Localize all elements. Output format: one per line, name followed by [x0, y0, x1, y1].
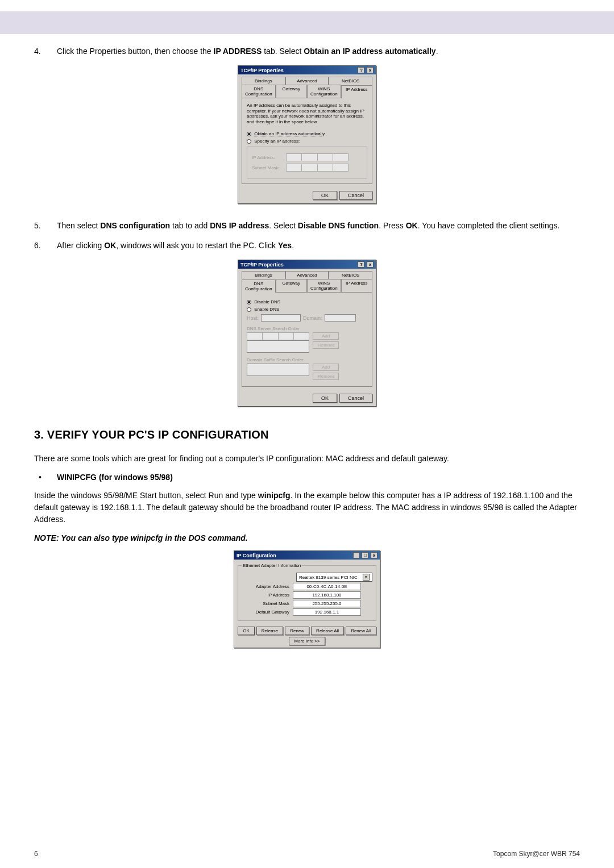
step-4-num: 4.	[34, 45, 57, 57]
ok-button[interactable]: OK	[313, 394, 337, 403]
help-icon[interactable]: ?	[358, 261, 364, 268]
cancel-button[interactable]: Cancel	[339, 394, 372, 403]
add-button[interactable]: Add	[313, 364, 339, 371]
bullet-text: WINIPCFG (for windows 95/98)	[57, 473, 173, 482]
more-info-button[interactable]: More Info >>	[289, 637, 325, 645]
chevron-down-icon: ▾	[363, 574, 370, 581]
radio-obtain-auto[interactable]: Obtain an IP address automatically	[247, 131, 367, 136]
tcpip-properties-dns-dialog: TCP/IP Properties ? x Bindings Advanced …	[238, 260, 376, 407]
subnet-mask-input[interactable]	[286, 164, 349, 172]
section-3-intro: There are some tools which are great for…	[34, 453, 580, 465]
close-icon[interactable]: x	[367, 261, 374, 268]
bullet-icon: •	[34, 473, 57, 482]
remove-button[interactable]: Remove	[313, 341, 339, 349]
radio-specify[interactable]: Specify an IP address:	[247, 139, 367, 144]
tcpip-properties-ip-dialog: TCP/IP Properties ? x Bindings Advanced …	[238, 65, 376, 204]
subnet-mask-label: Subnet Mask	[242, 601, 293, 606]
remove-button[interactable]: Remove	[313, 373, 339, 380]
dialog-title: TCP/IP Properties	[240, 68, 284, 73]
tab-ip-address[interactable]: IP Address	[341, 85, 372, 98]
t: Then select	[57, 221, 100, 230]
t: Yes	[278, 241, 292, 250]
t: .	[292, 241, 294, 250]
domain-input[interactable]	[325, 314, 356, 322]
specify-ip-fieldset: IP Address: Subnet Mask:	[247, 146, 367, 179]
ip-address-value: 192.168.1.100	[293, 591, 361, 599]
tab-ip-address[interactable]: IP Address	[341, 279, 372, 292]
step-5-text: Then select DNS configuration tab to add…	[57, 220, 580, 232]
section-3-p1: Inside the windows 95/98/ME Start button…	[34, 490, 580, 525]
add-button[interactable]: Add	[313, 332, 339, 340]
t: Obtain an IP address automatically	[304, 47, 435, 56]
section-3-note: NOTE: You can also type winipcfg in the …	[34, 533, 580, 542]
maximize-icon[interactable]: □	[362, 552, 368, 558]
ip-address-input[interactable]	[286, 153, 349, 161]
close-icon[interactable]: x	[371, 552, 377, 558]
tab-advanced[interactable]: Advanced	[285, 77, 329, 85]
dialog-title: IP Configuration	[237, 553, 276, 558]
tab-dns-config[interactable]: DNS Configuration	[242, 279, 276, 293]
ip-configuration-dialog: IP Configuration _ □ x Ethernet Adapter …	[234, 550, 380, 648]
radio-icon	[247, 300, 251, 304]
tab-netbios[interactable]: NetBIOS	[329, 77, 372, 85]
dns-server-input[interactable]	[247, 332, 309, 340]
tab-gateway[interactable]: Gateway	[276, 85, 307, 98]
t: OK	[104, 241, 116, 250]
domain-suffix-order-label: Domain Suffix Search Order	[247, 357, 367, 362]
tab-wins-config[interactable]: WINS Configuration	[307, 85, 341, 98]
tab-dns-config[interactable]: DNS Configuration	[242, 85, 276, 98]
adapter-select[interactable]: Realtek 8139-series PCI NIC ▾	[296, 573, 372, 582]
radio-icon	[247, 307, 251, 312]
default-gateway-value: 192.168.1.1	[293, 608, 361, 616]
release-button[interactable]: Release	[256, 627, 283, 635]
dns-server-list[interactable]	[247, 340, 309, 353]
adapter-address-value: 00-C0-4C-A0-14-0E	[293, 583, 361, 590]
t: Disable DNS function	[298, 221, 379, 230]
titlebar: IP Configuration _ □ x	[234, 551, 380, 560]
titlebar: TCP/IP Properties ? x	[238, 66, 376, 74]
minimize-icon[interactable]: _	[353, 552, 360, 558]
step-5-num: 5.	[34, 220, 57, 232]
radio-label: Disable DNS	[254, 299, 280, 304]
t: . Press	[379, 221, 405, 230]
subnet-mask-label: Subnet Mask:	[252, 165, 286, 170]
radio-icon	[247, 139, 251, 144]
ok-button[interactable]: OK	[238, 627, 255, 635]
ok-button[interactable]: OK	[313, 191, 337, 200]
header-band	[0, 11, 614, 34]
t: . You have completed the client settings…	[418, 221, 560, 230]
host-label: Host:	[247, 315, 259, 321]
t: OK	[406, 221, 418, 230]
tab-bindings[interactable]: Bindings	[242, 271, 285, 279]
radio-label: Specify an IP address:	[254, 139, 300, 144]
domain-suffix-list[interactable]	[247, 364, 309, 376]
t: .	[436, 47, 438, 56]
page-footer: 6 Topcom Skyr@cer WBR 754	[34, 850, 580, 858]
cancel-button[interactable]: Cancel	[339, 191, 372, 200]
step-6: 6. After clicking OK, windows will ask y…	[34, 240, 580, 252]
step-6-num: 6.	[34, 240, 57, 252]
help-icon[interactable]: ?	[358, 67, 364, 73]
ip-address-label: IP Address	[242, 592, 293, 598]
t: tab to add	[170, 221, 210, 230]
host-input[interactable]	[261, 314, 301, 322]
close-icon[interactable]: x	[367, 67, 374, 73]
radio-enable-dns[interactable]: Enable DNS	[247, 307, 367, 312]
t: IP ADDRESS	[214, 47, 262, 56]
t: , windows will ask you to restart the PC…	[116, 241, 278, 250]
renew-button[interactable]: Renew	[285, 627, 309, 635]
tab-advanced[interactable]: Advanced	[285, 271, 329, 279]
tab-gateway[interactable]: Gateway	[276, 279, 307, 292]
release-all-button[interactable]: Release All	[311, 627, 344, 635]
t: . Select	[269, 221, 298, 230]
tab-bindings[interactable]: Bindings	[242, 77, 285, 85]
tab-wins-config[interactable]: WINS Configuration	[307, 279, 341, 292]
t: DNS IP address	[210, 221, 269, 230]
radio-disable-dns[interactable]: Disable DNS	[247, 299, 367, 304]
t: tab. Select	[262, 47, 304, 56]
t: DNS configuration	[100, 221, 170, 230]
step-4-text: Click the Properties button, then choose…	[57, 45, 580, 57]
tab-netbios[interactable]: NetBIOS	[329, 271, 372, 279]
t: After clicking	[57, 241, 104, 250]
renew-all-button[interactable]: Renew All	[346, 627, 376, 635]
